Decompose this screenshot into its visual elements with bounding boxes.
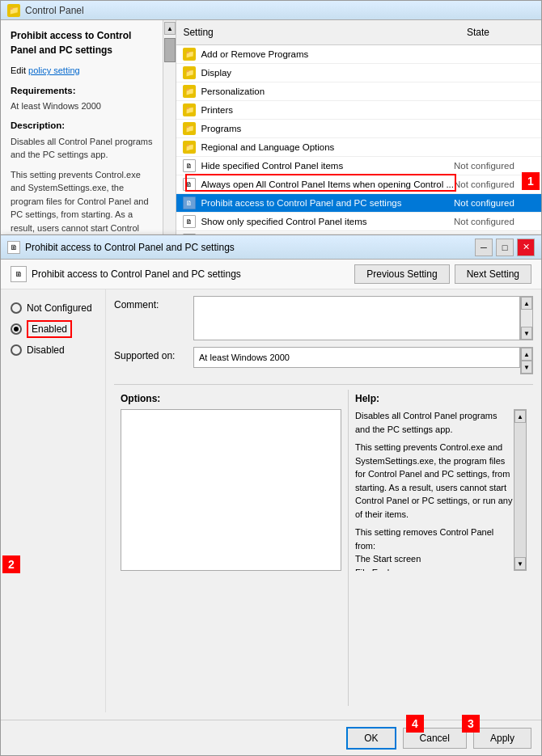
list-item[interactable]: 🗎 Show only specified Control Panel item…: [176, 213, 541, 231]
enabled-radio-dot: [11, 323, 22, 335]
page-icon: 🗎: [183, 159, 196, 172]
supported-on-input[interactable]: [193, 347, 520, 368]
item-state: Not configured: [454, 161, 535, 171]
scroll-up[interactable]: ▲: [521, 297, 532, 310]
supported-on-label: Supported on:: [114, 347, 187, 361]
policy-settings-dialog: 🗎 Prohibit access to Control Panel and P…: [0, 234, 542, 756]
item-text: Programs: [201, 124, 535, 133]
item-text: Prohibit access to Control Panel and PC …: [201, 198, 454, 208]
dialog-subtitle-icon: 🗎: [11, 266, 27, 282]
item-text: Display: [201, 68, 535, 78]
comment-scrollbar: ▲ ▼: [520, 296, 533, 340]
not-configured-radio[interactable]: Not Configured: [11, 302, 95, 314]
page-icon: 🗎: [183, 178, 196, 191]
item-text: Add or Remove Programs: [201, 49, 535, 59]
requirements-label: Requirements:: [11, 84, 153, 98]
item-text: Printers: [201, 105, 535, 115]
dialog-titlebar: 🗎 Prohibit access to Control Panel and P…: [1, 235, 541, 260]
scrollbar-track: [521, 310, 532, 327]
supported-on-input-wrapper: ▲ ▼: [193, 347, 533, 374]
dialog-content: Not Configured Enabled Disabled 2 Commen…: [1, 289, 541, 712]
scroll-up-arrow[interactable]: ▲: [164, 22, 176, 35]
scroll-thumb[interactable]: [164, 38, 176, 62]
dialog-subtitle-text: Prohibit access to Control Panel and PC …: [32, 268, 241, 280]
folder-icon: 📁: [183, 141, 196, 154]
disabled-label: Disabled: [27, 344, 65, 356]
prev-setting-button[interactable]: Previous Setting: [354, 264, 449, 284]
ok-button[interactable]: OK: [346, 727, 396, 750]
apply-button[interactable]: Apply: [473, 728, 531, 749]
comment-textarea[interactable]: [193, 296, 520, 340]
enabled-label: Enabled: [27, 320, 72, 338]
folder-icon: 📁: [183, 122, 196, 135]
left-description-panel: Prohibit access to Control Panel and PC …: [1, 20, 163, 250]
settings-list-panel: ▲ ▼ Setting State 📁 Add o: [163, 20, 541, 250]
list-item[interactable]: 📁 Add or Remove Programs: [176, 45, 541, 64]
list-item[interactable]: 📁 Personalization: [176, 82, 541, 101]
list-item[interactable]: 📁 Regional and Language Options: [176, 138, 541, 157]
close-button[interactable]: ✕: [517, 239, 535, 256]
list-item[interactable]: 📁 Display: [176, 64, 541, 82]
options-section: Options:: [114, 390, 349, 706]
dialog-subtitle-bar: 🗎 Prohibit access to Control Panel and P…: [1, 260, 541, 289]
requirements-value: At least Windows 2000: [11, 99, 153, 113]
item-text: Regional and Language Options: [201, 142, 535, 152]
help-scrollbar: ▲ ▼: [514, 409, 527, 571]
badge-3: 3: [462, 715, 480, 733]
item-state: Not configured: [454, 198, 535, 208]
dialog-title-text: Prohibit access to Control Panel and PC …: [25, 242, 235, 253]
dialog-title-icon: 🗎: [7, 241, 20, 254]
not-configured-label: Not Configured: [27, 302, 92, 314]
item-text: Personalization: [201, 87, 535, 96]
options-label: Options:: [121, 393, 341, 404]
help-para-3: This setting removes Control Panel from:…: [355, 526, 514, 571]
dialog-subtitle-left: 🗎 Prohibit access to Control Panel and P…: [11, 266, 241, 282]
description-label: Description:: [11, 119, 153, 133]
item-text: Hide specified Control Panel items: [201, 161, 454, 171]
scrollbar-track: [514, 423, 526, 557]
options-help-section: Options: Help: Disables all Control Pane…: [114, 384, 533, 706]
folder-icon: 📁: [183, 66, 196, 79]
item-state: Not configured: [454, 217, 535, 226]
comment-row: Comment: ▲ ▼: [114, 296, 533, 340]
control-panel-icon: 📁: [7, 4, 20, 17]
disabled-radio[interactable]: Disabled: [11, 344, 95, 356]
disabled-radio-dot: [11, 344, 22, 356]
next-setting-button[interactable]: Next Setting: [455, 264, 531, 284]
list-item[interactable]: 🗎 Always open All Control Panel Items wh…: [176, 175, 541, 194]
dialog-nav-buttons: Previous Setting Next Setting: [354, 264, 531, 284]
help-para-2: This setting prevents Control.exe and Sy…: [355, 441, 514, 521]
folder-icon: 📁: [183, 103, 196, 116]
policy-setting-link[interactable]: policy setting: [28, 65, 80, 75]
comment-label: Comment:: [114, 296, 187, 310]
state-col-header: State: [460, 23, 541, 41]
scroll-up[interactable]: ▲: [521, 348, 532, 361]
enabled-radio[interactable]: Enabled: [11, 320, 95, 338]
scroll-down[interactable]: ▼: [521, 361, 532, 374]
policy-title: Prohibit access to Control Panel and PC …: [11, 28, 153, 57]
item-text: Always open All Control Panel Items when…: [201, 179, 454, 189]
dialog-titlebar-controls: ─ □ ✕: [475, 239, 535, 256]
scroll-down[interactable]: ▼: [521, 327, 532, 340]
badge-4: 4: [406, 715, 424, 733]
list-item[interactable]: 🗎 Hide specified Control Panel items Not…: [176, 157, 541, 175]
top-panel-title: Control Panel: [25, 5, 84, 16]
settings-items-list: 📁 Add or Remove Programs 📁 Display 📁 Per…: [176, 45, 541, 250]
help-para-1: Disables all Control Panel programs and …: [355, 409, 514, 436]
help-content-area: Disables all Control Panel programs and …: [355, 409, 514, 571]
top-panel-titlebar: 📁 Control Panel: [1, 1, 541, 20]
list-item-selected[interactable]: 🗎 Prohibit access to Control Panel and P…: [176, 194, 541, 213]
supported-scrollbar: ▲ ▼: [520, 347, 533, 374]
help-label: Help:: [355, 393, 527, 404]
badge-2: 2: [2, 555, 20, 573]
maximize-button[interactable]: □: [496, 239, 514, 256]
minimize-button[interactable]: ─: [475, 239, 493, 256]
settings-table-header: Setting State: [176, 20, 541, 45]
list-item[interactable]: 📁 Printers: [176, 101, 541, 120]
top-panel-body: Prohibit access to Control Panel and PC …: [1, 20, 541, 250]
top-panel: 📁 Control Panel Prohibit access to Contr…: [0, 0, 542, 251]
folder-icon: 📁: [183, 48, 196, 61]
scroll-up[interactable]: ▲: [514, 410, 526, 423]
list-item[interactable]: 📁 Programs: [176, 120, 541, 138]
scroll-down[interactable]: ▼: [514, 557, 526, 570]
